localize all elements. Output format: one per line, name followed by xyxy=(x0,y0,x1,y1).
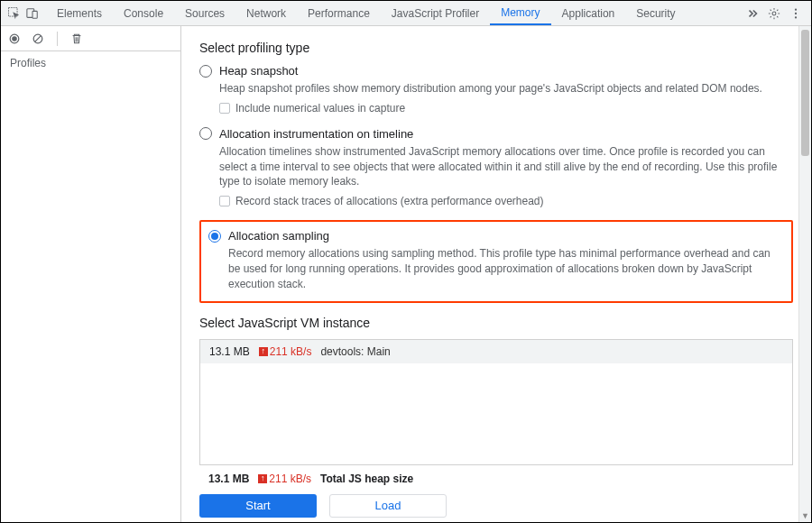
more-tabs-icon[interactable] xyxy=(746,7,759,20)
radio-allocation-sampling[interactable] xyxy=(208,230,221,243)
device-toggle-icon[interactable] xyxy=(26,7,39,20)
load-button[interactable]: Load xyxy=(329,494,447,518)
main-content: Select profiling type Heap snapshot Heap… xyxy=(181,26,811,522)
option-heap-snapshot-desc: Heap snapshot profiles show memory distr… xyxy=(219,81,793,96)
section-profiling-type: Select profiling type xyxy=(199,41,793,55)
checkbox-numerical-values-label: Include numerical values in capture xyxy=(235,102,405,115)
heap-summary-label: Total JS heap size xyxy=(320,473,413,485)
checkbox-stack-traces-label: Record stack traces of allocations (extr… xyxy=(235,195,544,207)
scrollbar-thumb[interactable] xyxy=(801,30,809,156)
tab-security[interactable]: Security xyxy=(625,1,686,25)
panel-body: Profiles Select profiling type Heap snap… xyxy=(1,26,811,522)
svg-point-8 xyxy=(13,36,16,40)
start-button[interactable]: Start xyxy=(199,494,317,518)
section-vm-instance: Select JavaScript VM instance xyxy=(199,316,793,330)
action-buttons: Start Load xyxy=(199,491,793,522)
toolbar-divider xyxy=(57,32,58,46)
option-allocation-sampling-title: Allocation sampling xyxy=(228,229,329,243)
svg-point-5 xyxy=(795,12,797,14)
option-heap-snapshot-title: Heap snapshot xyxy=(219,64,298,78)
option-allocation-sampling-row[interactable]: Allocation sampling xyxy=(208,229,784,243)
svg-line-10 xyxy=(35,35,42,41)
devtools-window: Elements Console Sources Network Perform… xyxy=(0,0,812,523)
vm-rate: ↑211 kB/s xyxy=(259,345,312,358)
svg-rect-2 xyxy=(32,11,37,18)
vertical-scrollbar[interactable]: ▲ ▼ xyxy=(798,26,811,522)
rate-up-arrow-icon: ↑ xyxy=(259,347,268,356)
tab-elements[interactable]: Elements xyxy=(46,1,113,25)
option-allocation-sampling-desc: Record memory allocations using sampling… xyxy=(228,246,784,291)
vm-instance-list: 13.1 MB ↑211 kB/s devtools: Main xyxy=(199,339,793,465)
tab-application[interactable]: Application xyxy=(551,1,626,25)
option-heap-snapshot-row[interactable]: Heap snapshot xyxy=(199,64,793,78)
top-tabbar: Elements Console Sources Network Perform… xyxy=(1,1,811,26)
radio-allocation-timeline[interactable] xyxy=(199,127,212,140)
sidebar-toolbar xyxy=(1,26,180,51)
inspect-icon[interactable] xyxy=(8,7,21,20)
option-allocation-sampling: Allocation sampling Record memory alloca… xyxy=(208,229,784,291)
heap-summary: 13.1 MB ↑211 kB/s Total JS heap size xyxy=(199,465,793,491)
checkbox-numerical-values[interactable] xyxy=(219,103,230,114)
checkbox-stack-traces[interactable] xyxy=(219,196,230,206)
record-icon[interactable] xyxy=(8,32,21,45)
trash-icon[interactable] xyxy=(70,32,83,45)
kebab-menu-icon[interactable] xyxy=(789,7,802,20)
tab-js-profiler[interactable]: JavaScript Profiler xyxy=(381,1,490,25)
inspect-controls xyxy=(5,7,46,20)
tab-sources[interactable]: Sources xyxy=(174,1,235,25)
sidebar-heading: Profiles xyxy=(1,51,180,75)
vm-instance-row[interactable]: 13.1 MB ↑211 kB/s devtools: Main xyxy=(200,340,792,363)
option-allocation-timeline-row[interactable]: Allocation instrumentation on timeline xyxy=(199,127,793,141)
main-panel: Select profiling type Heap snapshot Heap… xyxy=(181,26,811,522)
tab-performance[interactable]: Performance xyxy=(297,1,381,25)
clear-icon[interactable] xyxy=(32,32,44,45)
svg-point-3 xyxy=(772,12,776,15)
gear-icon[interactable] xyxy=(768,7,780,20)
option-allocation-timeline: Allocation instrumentation on timeline A… xyxy=(199,127,793,207)
sidebar: Profiles xyxy=(1,26,181,522)
option-allocation-timeline-title: Allocation instrumentation on timeline xyxy=(219,127,413,141)
option-allocation-timeline-sub[interactable]: Record stack traces of allocations (extr… xyxy=(219,195,793,207)
highlighted-option: Allocation sampling Record memory alloca… xyxy=(199,220,793,302)
tabbar-right-controls xyxy=(746,7,811,20)
radio-heap-snapshot[interactable] xyxy=(199,65,212,78)
scroll-down-icon[interactable]: ▼ xyxy=(799,509,811,522)
option-heap-snapshot-sub[interactable]: Include numerical values in capture xyxy=(219,102,793,115)
svg-point-4 xyxy=(795,8,797,10)
tab-memory[interactable]: Memory xyxy=(490,1,550,25)
total-memory: 13.1 MB xyxy=(208,473,249,485)
tab-network[interactable]: Network xyxy=(235,1,297,25)
total-rate: ↑211 kB/s xyxy=(258,473,311,485)
svg-point-6 xyxy=(795,16,797,18)
rate-up-arrow-icon: ↑ xyxy=(258,474,267,483)
option-allocation-timeline-desc: Allocation timelines show instrumented J… xyxy=(219,144,793,189)
tab-console[interactable]: Console xyxy=(113,1,174,25)
vm-name: devtools: Main xyxy=(320,345,390,358)
panel-tabs: Elements Console Sources Network Perform… xyxy=(46,1,687,25)
option-heap-snapshot: Heap snapshot Heap snapshot profiles sho… xyxy=(199,64,793,115)
vm-memory: 13.1 MB xyxy=(209,345,250,358)
